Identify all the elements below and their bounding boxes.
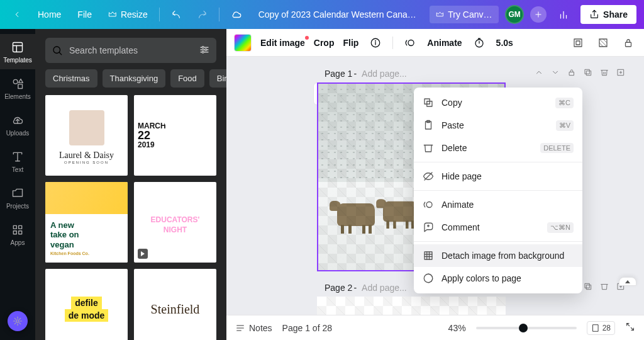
svg-rect-71 [585,283,589,288]
rail-elements[interactable]: Elements [0,71,35,106]
svg-point-60 [426,202,432,208]
show-pages-button[interactable] [619,277,636,286]
document-title[interactable]: Copy of 2023 Calendar Western Canada Wil… [253,9,423,20]
svg-rect-78 [593,324,598,331]
fullscreen-button[interactable] [625,322,635,334]
file-menu-button[interactable]: File [72,6,97,23]
chip-thanksgiving[interactable]: Thanksgiving [103,69,166,88]
page-down-button[interactable] [551,68,560,79]
crown-icon [436,10,444,19]
transparency-button[interactable] [595,35,611,51]
search-input[interactable] [68,45,194,56]
chip-christmas[interactable]: Christmas [45,69,97,88]
svg-point-9 [13,79,18,84]
template-card[interactable]: A new take on veganKitchen Foods Co. [45,182,128,263]
svg-rect-49 [585,69,589,74]
share-button[interactable]: Share [580,5,636,24]
redo-button[interactable] [192,6,213,23]
search-icon [52,45,63,56]
rail-text[interactable]: Text [0,144,35,179]
svg-rect-63 [425,252,432,259]
svg-point-33 [202,46,204,48]
template-card[interactable]: Laurel & Daisy OPENING SOON [45,95,128,176]
cloud-status-icon[interactable] [226,5,247,24]
page-duplicate-button[interactable] [584,68,592,79]
svg-line-79 [627,324,630,326]
add-page-link[interactable]: Add page... [362,69,407,79]
menu-delete[interactable]: DeleteDELETE [414,137,582,159]
canvas-stage[interactable]: Page 1 - Add page... [226,57,644,315]
projects-icon [11,186,25,200]
svg-rect-48 [587,71,591,76]
home-button[interactable]: Home [33,6,66,23]
menu-comment[interactable]: Comment⌥⌘N [414,216,582,239]
animate-button[interactable]: Animate [427,38,462,48]
filter-chips: Christmas Thanksgiving Food Birth [35,69,226,95]
crop-button[interactable]: Crop [314,38,335,48]
insights-button[interactable] [553,5,574,24]
back-button[interactable] [8,6,26,23]
chip-food[interactable]: Food [170,69,204,88]
zoom-slider[interactable] [476,327,577,329]
template-card[interactable]: defile de mode [45,269,128,340]
resize-button[interactable]: Resize [103,6,153,23]
try-pro-button[interactable]: Try Canva... [430,6,499,23]
info-button[interactable] [367,35,384,51]
svg-rect-6 [13,42,23,52]
search-filter-button[interactable] [199,44,210,57]
svg-point-19 [16,320,19,322]
svg-line-80 [631,327,633,330]
svg-line-26 [14,323,16,324]
add-collaborator-button[interactable] [530,6,547,23]
lock-button[interactable] [620,35,636,51]
animate-icon [402,35,418,51]
duration-icon [471,35,487,51]
undo-button[interactable] [166,6,186,23]
template-card[interactable]: LONGSHORE HIGH SCHOOL EDUCATORS' NIGHT [134,182,216,263]
menu-apply-colors[interactable]: Apply colors to page [414,267,582,290]
crown-icon [108,10,117,19]
duration-button[interactable]: 5.0s [496,38,513,48]
svg-line-27 [19,318,21,319]
edit-image-button[interactable]: Edit image [260,38,305,48]
page-counter: Page 1 of 28 [282,323,332,333]
pages-thumbnail-button[interactable]: 28 [587,321,615,335]
svg-point-39 [408,40,414,45]
template-card[interactable]: MARCH 22 2019 SAVE THE DATE [134,95,216,176]
flip-button[interactable]: Flip [343,38,358,48]
zoom-value[interactable]: 43% [448,323,466,333]
color-swatch-button[interactable] [234,34,252,52]
rail-bottom-badge[interactable] [8,311,28,331]
rail-uploads[interactable]: Uploads [0,107,35,142]
page-delete-button[interactable] [600,282,609,293]
menu-detach-background[interactable]: Detach image from background [414,244,582,267]
detach-icon [423,250,434,261]
play-icon [138,249,148,259]
page-label: Page 2 [325,283,352,293]
rail-apps[interactable]: Apps [0,217,35,252]
page-1-header: Page 1 - Add page... [317,57,631,82]
chip-birth[interactable]: Birth [209,69,226,88]
rail-projects[interactable]: Projects [0,180,35,215]
palette-icon [423,273,434,284]
menu-animate[interactable]: Animate [414,193,582,216]
page-add-button[interactable] [616,68,625,79]
menu-hide-page[interactable]: Hide page [414,165,582,188]
page-up-button[interactable] [535,68,543,79]
template-card[interactable]: Steinfield [134,269,216,340]
templates-panel: Christmas Thanksgiving Food Birth Laurel… [35,29,226,340]
menu-paste[interactable]: Paste⌘V [414,114,582,137]
page-delete-button[interactable] [600,68,609,79]
menu-copy[interactable]: Copy⌘C [414,91,582,114]
notes-button[interactable]: Notes [235,323,272,333]
avatar[interactable]: GM [505,5,524,24]
canvas-page-2[interactable] [317,297,506,315]
position-button[interactable] [570,35,586,51]
add-page-link[interactable]: Add page... [362,283,407,293]
page-lock-button[interactable] [567,68,576,79]
rail-templates[interactable]: Templates [0,34,35,69]
page-duplicate-button[interactable] [584,282,592,293]
svg-rect-70 [587,285,591,290]
svg-line-24 [14,318,16,319]
svg-point-38 [375,40,376,41]
